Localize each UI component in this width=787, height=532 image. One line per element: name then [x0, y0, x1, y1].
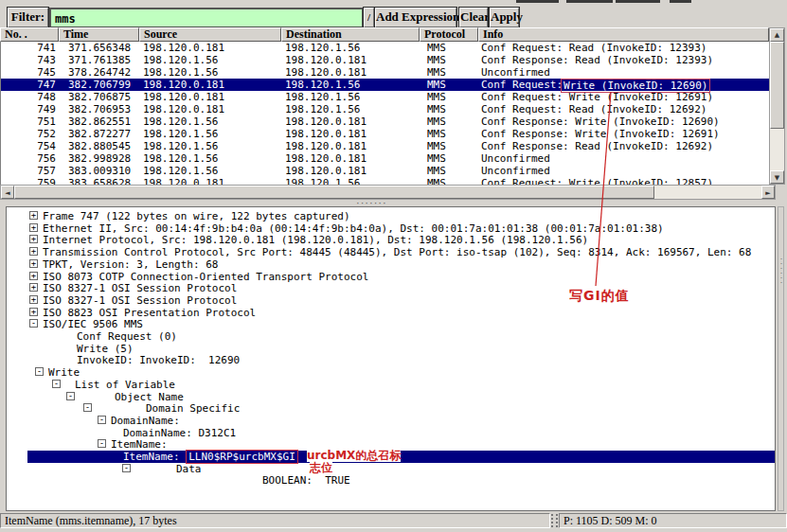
cell-proto: MMS: [427, 103, 446, 115]
toolbar-remnant: [516, 0, 559, 3]
collapse-icon[interactable]: -: [122, 464, 131, 472]
detail-line[interactable]: Conf Request (0): [7, 330, 775, 343]
cell-src: 198.120.0.181: [143, 177, 224, 185]
packet-row[interactable]: 757383.009310198.120.1.56198.120.0.181MM…: [1, 165, 769, 177]
detail-pane-grip[interactable]: ······: [778, 206, 784, 511]
column-header-destination[interactable]: Destination: [281, 27, 420, 42]
status-packet-counts: P: 1105 D: 509 M: 0: [559, 513, 787, 528]
filter-button[interactable]: Filter:: [8, 8, 48, 27]
hscroll-thumb[interactable]: [14, 186, 654, 199]
cell-proto: MMS: [427, 79, 446, 91]
cell-info: Conf Request: Read (InvokeID: 12393): [481, 42, 707, 54]
detail-selected-row[interactable]: ItemName: LLN0$RP$urcbMX$GI: [27, 451, 775, 463]
collapse-icon[interactable]: -: [83, 403, 92, 412]
detail-line[interactable]: +TPKT, Version: 3, Length: 68: [7, 258, 775, 271]
filter-combo-arrow-icon[interactable]: /: [364, 8, 374, 27]
packet-row[interactable]: 749382.706953198.120.0.181198.120.1.56MM…: [1, 103, 769, 115]
filter-input[interactable]: [49, 8, 363, 27]
cell-dst: 198.120.0.181: [285, 115, 367, 128]
packet-row[interactable]: 759383.658628198.120.0.181198.120.1.56MM…: [1, 177, 769, 185]
clear-button[interactable]: Clear: [459, 8, 488, 27]
packet-list-vscrollbar[interactable]: ▲ ▼: [769, 27, 785, 185]
scroll-right-icon[interactable]: ►: [761, 186, 775, 199]
scroll-up-icon[interactable]: ▲: [770, 28, 784, 42]
cell-time: 371.761385: [68, 54, 131, 66]
column-header-source[interactable]: Source: [139, 27, 281, 42]
expand-icon[interactable]: +: [29, 308, 38, 316]
add-expression-button[interactable]: Add Expression...: [375, 8, 456, 27]
pane-splitter[interactable]: ·······: [0, 200, 787, 206]
detail-line[interactable]: -ISO/IEC 9506 MMS: [7, 318, 775, 330]
cell-time: 382.872277: [68, 128, 131, 140]
detail-line[interactable]: -Write: [7, 366, 775, 379]
expand-icon[interactable]: +: [29, 259, 38, 268]
detail-line[interactable]: BOOLEAN: TRUE: [7, 474, 775, 487]
detail-line[interactable]: +Internet Protocol, Src: 198.120.0.181 (…: [7, 234, 775, 246]
cell-src: 198.120.1.56: [143, 128, 218, 140]
scroll-left-icon[interactable]: ◄: [1, 186, 14, 199]
packet-row[interactable]: 741371.656348198.120.0.181198.120.1.56MM…: [1, 42, 769, 54]
cell-dst: 198.120.0.181: [285, 165, 367, 177]
annotation-write-gi-note: 写GI的值: [569, 288, 630, 305]
collapse-icon[interactable]: -: [98, 416, 106, 424]
packet-detail-pane: +Frame 747 (122 bytes on wire, 122 bytes…: [6, 206, 776, 511]
cell-no: 751: [1, 115, 56, 128]
apply-button[interactable]: Apply: [490, 8, 519, 27]
cell-no: 752: [1, 128, 56, 140]
packet-row[interactable]: 743371.761385198.120.1.56198.120.0.181MM…: [1, 54, 769, 66]
detail-line[interactable]: +ISO 8327-1 OSI Session Protocol: [7, 294, 775, 307]
packet-list: 741371.656348198.120.0.181198.120.1.56MM…: [0, 42, 769, 185]
detail-text: Transmission Control Protocol, Src Port:…: [43, 246, 751, 258]
cell-proto: MMS: [427, 177, 446, 185]
expand-icon[interactable]: +: [29, 211, 38, 220]
cell-proto: MMS: [427, 66, 446, 79]
detail-line[interactable]: -DomainName:: [7, 415, 775, 427]
detail-line[interactable]: -List of Variable: [7, 379, 775, 391]
packet-row[interactable]: 752382.872277198.120.1.56198.120.0.181MM…: [1, 128, 769, 140]
cell-info: Conf Response: Read (InvokeID: 12393): [481, 54, 713, 66]
collapse-icon[interactable]: -: [29, 319, 38, 328]
status-divider-grip[interactable]: [551, 514, 558, 527]
cell-no: 756: [1, 152, 56, 165]
detail-line[interactable]: +Frame 747 (122 bytes on wire, 122 bytes…: [7, 210, 775, 222]
cell-time: 382.706875: [68, 91, 131, 103]
detail-text: Frame 747 (122 bytes on wire, 122 bytes …: [43, 210, 350, 222]
packet-row[interactable]: 751382.862551198.120.1.56198.120.0.181MM…: [1, 115, 769, 128]
detail-line[interactable]: InvokeID: InvokeID: 12690: [7, 354, 775, 366]
vscroll-thumb[interactable]: [770, 42, 784, 129]
expand-icon[interactable]: +: [29, 272, 38, 280]
scroll-down-icon[interactable]: ▼: [770, 170, 784, 184]
column-header-time[interactable]: Time: [59, 27, 139, 42]
packet-list-hscrollbar[interactable]: ◄ ►: [0, 185, 776, 200]
expand-icon[interactable]: +: [29, 295, 38, 304]
detail-text: Domain Specific: [146, 402, 240, 415]
expand-icon[interactable]: +: [29, 235, 38, 243]
packet-row[interactable]: 748382.706875198.120.0.181198.120.1.56MM…: [1, 91, 769, 103]
packet-row[interactable]: 756382.998928198.120.1.56198.120.0.181MM…: [1, 152, 769, 165]
packet-row[interactable]: 754382.880545198.120.1.56198.120.0.181MM…: [1, 140, 769, 152]
cell-src: 198.120.1.56: [143, 165, 218, 177]
packet-row[interactable]: 745378.264742198.120.1.56198.120.0.181MM…: [1, 66, 769, 79]
detail-line[interactable]: +ISO 8327-1 OSI Session Protocol: [7, 282, 775, 294]
detail-text: ISO 8327-1 OSI Session Protocol: [43, 282, 237, 294]
expand-icon[interactable]: +: [29, 283, 38, 292]
column-header-info[interactable]: Info: [478, 27, 769, 42]
expand-icon[interactable]: +: [29, 247, 38, 256]
cell-time: 382.880545: [68, 140, 131, 152]
cell-src: 198.120.1.56: [143, 115, 218, 128]
detail-line[interactable]: +Transmission Control Protocol, Src Port…: [7, 246, 775, 258]
annotation-box-itemname: LLN0$RP$urcbMX$GI: [186, 450, 298, 464]
collapse-icon[interactable]: -: [35, 367, 44, 376]
collapse-icon[interactable]: -: [66, 392, 75, 400]
cell-dst: 198.120.0.181: [285, 54, 367, 66]
expand-icon[interactable]: +: [29, 223, 38, 232]
collapse-icon[interactable]: -: [52, 380, 61, 388]
cell-src: 198.120.0.181: [143, 79, 224, 91]
column-header-protocol[interactable]: Protocol: [420, 27, 478, 42]
collapse-icon[interactable]: -: [98, 439, 106, 448]
packet-row[interactable]: 747382.706799198.120.0.181198.120.1.56MM…: [1, 79, 769, 91]
detail-line[interactable]: -Domain Specific: [7, 402, 775, 415]
column-header-no[interactable]: No. .: [0, 27, 59, 42]
cell-no: 754: [1, 140, 56, 152]
cell-src: 198.120.1.56: [143, 54, 218, 66]
